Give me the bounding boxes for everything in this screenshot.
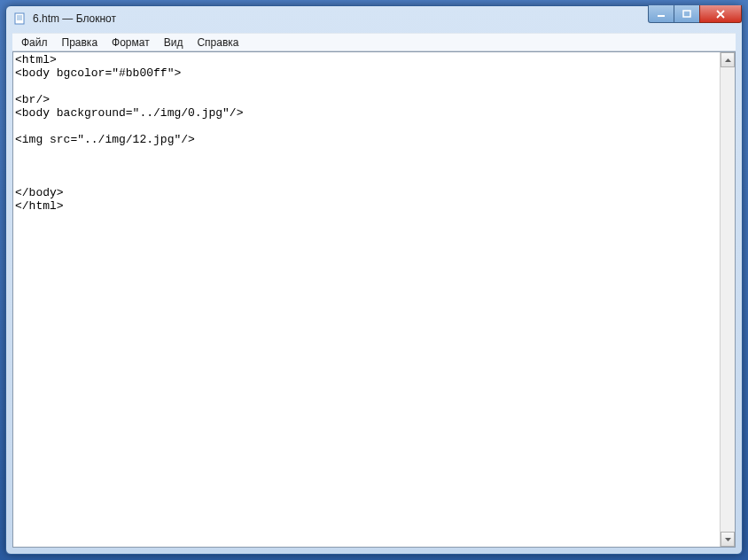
menu-help[interactable]: Справка (190, 35, 245, 51)
minimize-button[interactable] (648, 5, 674, 23)
svg-rect-4 (658, 15, 665, 17)
menubar: Файл Правка Формат Вид Справка (12, 33, 736, 51)
menu-file[interactable]: Файл (14, 35, 55, 51)
svg-rect-5 (683, 11, 690, 17)
scroll-track[interactable] (721, 67, 735, 532)
maximize-button[interactable] (674, 5, 700, 23)
editor-container: <html> <body bgcolor="#bb00ff"> <br/> <b… (12, 51, 736, 548)
text-editor[interactable]: <html> <body bgcolor="#bb00ff"> <br/> <b… (13, 52, 720, 547)
window-title: 6.htm — Блокнот (31, 12, 738, 25)
menu-view[interactable]: Вид (157, 35, 191, 51)
scroll-up-button[interactable] (721, 52, 735, 67)
menu-format[interactable]: Формат (105, 35, 157, 51)
titlebar[interactable]: 6.htm — Блокнот (6, 6, 742, 31)
notepad-window: 6.htm — Блокнот Файл Правка Формат Вид С… (5, 5, 743, 555)
menu-edit[interactable]: Правка (55, 35, 105, 51)
svg-rect-0 (15, 13, 24, 24)
scroll-down-button[interactable] (721, 532, 735, 547)
window-controls (649, 5, 742, 23)
vertical-scrollbar[interactable] (720, 52, 735, 547)
app-icon (13, 12, 27, 26)
close-button[interactable] (699, 5, 742, 23)
